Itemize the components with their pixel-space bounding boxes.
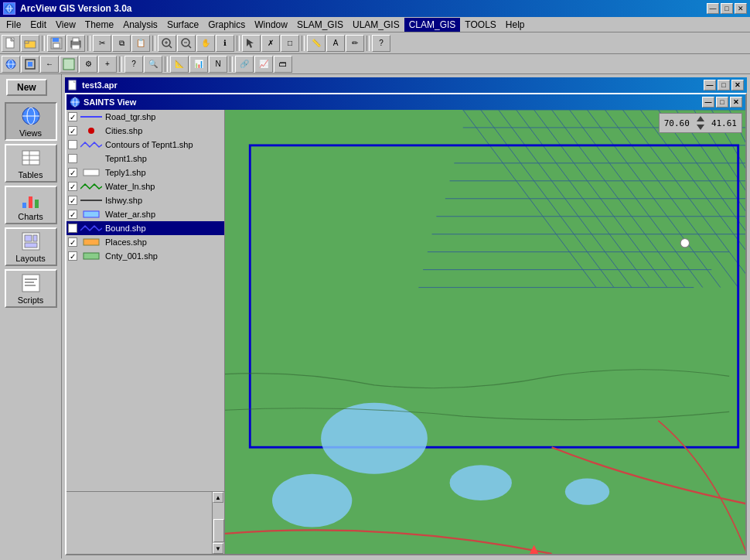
svg-rect-54	[84, 211, 99, 217]
menu-edit[interactable]: Edit	[26, 18, 51, 32]
svg-line-14	[169, 46, 172, 48]
tb-clear-sel[interactable]: ✗	[261, 35, 280, 52]
file-close[interactable]: ✕	[731, 80, 744, 90]
tb-cut[interactable]: ✂	[93, 35, 111, 52]
tb-help[interactable]: ?	[372, 35, 390, 52]
file-maximize[interactable]: □	[718, 80, 730, 90]
tb-print[interactable]	[66, 35, 85, 52]
tb2-north[interactable]: N	[209, 56, 227, 73]
tb-label[interactable]: A	[326, 35, 345, 52]
menu-slam-gis[interactable]: SLAM_GIS	[292, 18, 348, 32]
menu-help[interactable]: Help	[501, 18, 530, 32]
tb2-theme-props[interactable]: ⚙	[79, 56, 97, 73]
layer-checkbox[interactable]	[68, 182, 77, 191]
saints-maximize[interactable]: □	[716, 97, 728, 108]
tb2-hotlink[interactable]: 🔗	[235, 56, 254, 73]
layer-item[interactable]: Water_ar.shp	[66, 207, 224, 221]
sidebar-item-scripts[interactable]: Scripts	[5, 269, 57, 308]
tb-zoom-in[interactable]	[158, 35, 176, 52]
layer-item[interactable]: Cities.shp	[66, 124, 224, 138]
sidebar-item-charts[interactable]: Charts	[5, 186, 57, 224]
tb2-scale[interactable]: 📐	[170, 56, 189, 73]
layer-checkbox[interactable]	[68, 112, 77, 121]
tb-measure[interactable]: 📏	[307, 35, 326, 52]
saints-close[interactable]: ✕	[730, 97, 742, 108]
layer-checkbox[interactable]	[68, 196, 77, 205]
layer-item[interactable]: Tepnt1.shp	[66, 152, 224, 166]
layer-checkbox[interactable]	[68, 251, 77, 261]
layer-name: Teply1.shp	[105, 168, 146, 177]
scroll-down[interactable]: ▼	[213, 543, 223, 554]
new-button[interactable]: New	[6, 79, 47, 96]
layer-item[interactable]: Places.shp	[66, 235, 224, 249]
menu-analysis[interactable]: Analysis	[118, 18, 162, 32]
menu-window[interactable]: Window	[250, 18, 292, 32]
layer-item[interactable]: Bound.shp	[66, 221, 224, 235]
layer-item[interactable]: Road_tgr.shp	[66, 110, 224, 124]
tb2-add-theme[interactable]: +	[98, 56, 117, 73]
svg-rect-35	[29, 196, 32, 208]
layer-item[interactable]: Teply1.shp	[66, 166, 224, 179]
tb-zoom-out[interactable]	[177, 35, 196, 52]
layer-checkbox[interactable]	[68, 126, 77, 135]
tb-paste[interactable]: 📋	[131, 35, 150, 52]
saints-minimize[interactable]: —	[702, 97, 714, 108]
scroll-up[interactable]: ▲	[213, 492, 223, 503]
map-area[interactable]: 70.60 41.61 Contaminant SourceAquifer In…	[225, 110, 745, 554]
layer-checkbox[interactable]	[68, 140, 77, 149]
tb2-chart[interactable]: 📈	[254, 56, 273, 73]
layer-checkbox[interactable]	[68, 168, 77, 177]
main-content: New Views Tables Charts Layouts	[0, 74, 750, 558]
layer-item[interactable]: Ishwy.shp	[66, 193, 224, 207]
layout-icon	[20, 230, 42, 252]
toolbar2-sep1	[119, 56, 122, 72]
layer-item[interactable]: Water_ln.shp	[66, 179, 224, 193]
svg-rect-55	[84, 239, 99, 245]
tb2-sel-theme[interactable]	[60, 56, 78, 73]
menu-file[interactable]: File	[2, 18, 26, 32]
tb-save[interactable]	[47, 35, 66, 52]
tb-draw[interactable]: ✏	[346, 35, 364, 52]
sidebar-item-layouts[interactable]: Layouts	[5, 227, 57, 266]
layer-item[interactable]: Contours of Tepnt1.shp	[66, 138, 224, 152]
tb2-globe[interactable]	[2, 56, 20, 73]
tb-copy[interactable]: ⧉	[112, 35, 131, 52]
close-button[interactable]: ✕	[735, 3, 747, 14]
app-title: ArcView GIS Version 3.0a	[20, 3, 132, 14]
tb2-query[interactable]: ?	[124, 56, 143, 73]
tb2-find[interactable]: 🔍	[144, 56, 162, 73]
tb2-attr-table[interactable]: 🗃	[274, 56, 292, 73]
maximize-button[interactable]: □	[721, 3, 733, 14]
sidebar-item-views[interactable]: Views	[5, 102, 57, 141]
menu-theme[interactable]: Theme	[80, 18, 118, 32]
sidebar-item-tables[interactable]: Tables	[5, 144, 57, 183]
svg-point-51	[88, 128, 94, 134]
table-icon	[20, 147, 42, 169]
tb-sel-all[interactable]: □	[281, 35, 299, 52]
coordinates-display: 70.60 41.61	[659, 113, 742, 133]
tb-open[interactable]	[21, 35, 39, 52]
menu-bar: File Edit View Theme Analysis Surface Gr…	[0, 17, 750, 32]
tb-pan[interactable]: ✋	[196, 35, 215, 52]
tb-identify[interactable]: ℹ	[216, 35, 234, 52]
minimize-button[interactable]: —	[707, 3, 719, 14]
layer-checkbox[interactable]	[68, 237, 77, 247]
menu-view[interactable]: View	[51, 18, 80, 32]
file-minimize[interactable]: —	[704, 80, 716, 90]
tb-new[interactable]	[2, 35, 20, 52]
menu-ulam-gis[interactable]: ULAM_GIS	[348, 18, 404, 32]
svg-marker-20	[247, 39, 254, 48]
tb2-zoom-prev[interactable]: ←	[40, 56, 59, 73]
layer-checkbox[interactable]	[68, 210, 77, 219]
tb2-legend[interactable]: 📊	[189, 56, 208, 73]
layer-checkbox[interactable]	[68, 224, 77, 233]
layer-checkbox[interactable]	[68, 154, 77, 163]
tb2-zoom-full[interactable]	[21, 56, 39, 73]
menu-surface[interactable]: Surface	[162, 18, 203, 32]
menu-tools[interactable]: TOOLS	[460, 18, 500, 32]
menu-clam-gis[interactable]: CLAM_GIS	[404, 18, 461, 32]
tb-select[interactable]	[242, 35, 261, 52]
menu-graphics[interactable]: Graphics	[203, 18, 250, 32]
svg-point-88	[321, 403, 428, 474]
layer-item[interactable]: Cnty_001.shp	[66, 249, 224, 263]
